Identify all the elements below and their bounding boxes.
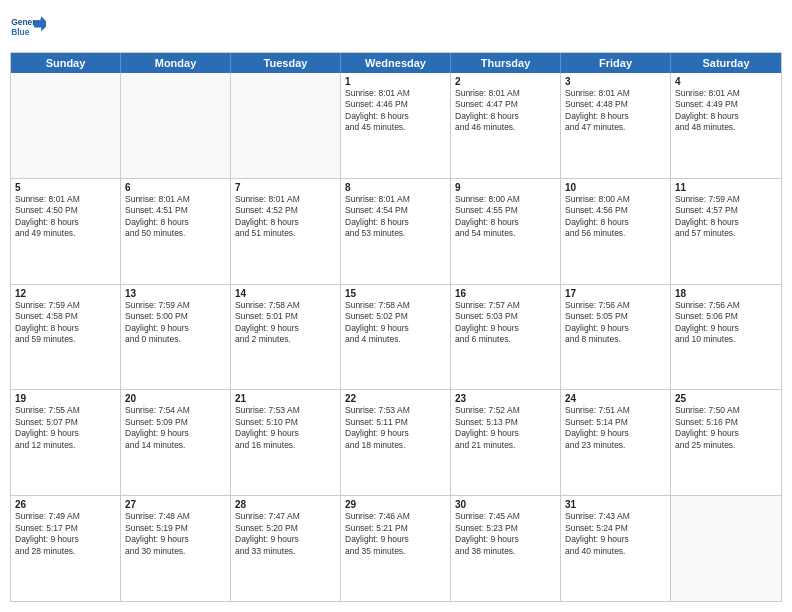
day-number: 3 [565, 76, 666, 87]
calendar-empty-0-2 [231, 73, 341, 178]
day-content: Sunrise: 8:01 AM Sunset: 4:46 PM Dayligh… [345, 88, 446, 134]
day-content: Sunrise: 7:55 AM Sunset: 5:07 PM Dayligh… [15, 405, 116, 451]
day-content: Sunrise: 8:00 AM Sunset: 4:56 PM Dayligh… [565, 194, 666, 240]
calendar-day-29: 29Sunrise: 7:46 AM Sunset: 5:21 PM Dayli… [341, 496, 451, 601]
day-content: Sunrise: 7:59 AM Sunset: 4:57 PM Dayligh… [675, 194, 777, 240]
logo: General Blue [10, 10, 46, 46]
day-number: 17 [565, 288, 666, 299]
day-content: Sunrise: 7:45 AM Sunset: 5:23 PM Dayligh… [455, 511, 556, 557]
calendar-day-26: 26Sunrise: 7:49 AM Sunset: 5:17 PM Dayli… [11, 496, 121, 601]
header-day-monday: Monday [121, 53, 231, 73]
day-content: Sunrise: 8:01 AM Sunset: 4:50 PM Dayligh… [15, 194, 116, 240]
calendar-day-31: 31Sunrise: 7:43 AM Sunset: 5:24 PM Dayli… [561, 496, 671, 601]
header-day-friday: Friday [561, 53, 671, 73]
day-number: 24 [565, 393, 666, 404]
day-number: 29 [345, 499, 446, 510]
day-number: 19 [15, 393, 116, 404]
header-day-thursday: Thursday [451, 53, 561, 73]
day-content: Sunrise: 8:01 AM Sunset: 4:48 PM Dayligh… [565, 88, 666, 134]
calendar-header-row: SundayMondayTuesdayWednesdayThursdayFrid… [11, 53, 781, 73]
day-number: 5 [15, 182, 116, 193]
day-number: 16 [455, 288, 556, 299]
calendar-empty-0-1 [121, 73, 231, 178]
calendar-day-19: 19Sunrise: 7:55 AM Sunset: 5:07 PM Dayli… [11, 390, 121, 495]
day-number: 31 [565, 499, 666, 510]
calendar-week-2: 5Sunrise: 8:01 AM Sunset: 4:50 PM Daylig… [11, 179, 781, 285]
calendar-day-9: 9Sunrise: 8:00 AM Sunset: 4:55 PM Daylig… [451, 179, 561, 284]
header-day-wednesday: Wednesday [341, 53, 451, 73]
calendar-day-2: 2Sunrise: 8:01 AM Sunset: 4:47 PM Daylig… [451, 73, 561, 178]
day-number: 28 [235, 499, 336, 510]
day-content: Sunrise: 8:01 AM Sunset: 4:52 PM Dayligh… [235, 194, 336, 240]
calendar-week-3: 12Sunrise: 7:59 AM Sunset: 4:58 PM Dayli… [11, 285, 781, 391]
day-content: Sunrise: 7:56 AM Sunset: 5:06 PM Dayligh… [675, 300, 777, 346]
day-content: Sunrise: 7:57 AM Sunset: 5:03 PM Dayligh… [455, 300, 556, 346]
calendar-day-24: 24Sunrise: 7:51 AM Sunset: 5:14 PM Dayli… [561, 390, 671, 495]
day-number: 13 [125, 288, 226, 299]
page: General Blue SundayMondayTuesdayWednesda… [0, 0, 792, 612]
day-content: Sunrise: 7:46 AM Sunset: 5:21 PM Dayligh… [345, 511, 446, 557]
day-content: Sunrise: 7:58 AM Sunset: 5:02 PM Dayligh… [345, 300, 446, 346]
header-day-sunday: Sunday [11, 53, 121, 73]
day-number: 12 [15, 288, 116, 299]
day-content: Sunrise: 7:53 AM Sunset: 5:11 PM Dayligh… [345, 405, 446, 451]
calendar-day-20: 20Sunrise: 7:54 AM Sunset: 5:09 PM Dayli… [121, 390, 231, 495]
day-content: Sunrise: 7:59 AM Sunset: 4:58 PM Dayligh… [15, 300, 116, 346]
calendar-day-10: 10Sunrise: 8:00 AM Sunset: 4:56 PM Dayli… [561, 179, 671, 284]
day-number: 14 [235, 288, 336, 299]
day-content: Sunrise: 7:47 AM Sunset: 5:20 PM Dayligh… [235, 511, 336, 557]
day-content: Sunrise: 7:51 AM Sunset: 5:14 PM Dayligh… [565, 405, 666, 451]
day-content: Sunrise: 8:01 AM Sunset: 4:47 PM Dayligh… [455, 88, 556, 134]
calendar-day-11: 11Sunrise: 7:59 AM Sunset: 4:57 PM Dayli… [671, 179, 781, 284]
day-number: 25 [675, 393, 777, 404]
day-content: Sunrise: 7:58 AM Sunset: 5:01 PM Dayligh… [235, 300, 336, 346]
calendar-day-16: 16Sunrise: 7:57 AM Sunset: 5:03 PM Dayli… [451, 285, 561, 390]
day-content: Sunrise: 7:43 AM Sunset: 5:24 PM Dayligh… [565, 511, 666, 557]
calendar-day-23: 23Sunrise: 7:52 AM Sunset: 5:13 PM Dayli… [451, 390, 561, 495]
day-content: Sunrise: 8:01 AM Sunset: 4:51 PM Dayligh… [125, 194, 226, 240]
calendar-day-14: 14Sunrise: 7:58 AM Sunset: 5:01 PM Dayli… [231, 285, 341, 390]
calendar-day-27: 27Sunrise: 7:48 AM Sunset: 5:19 PM Dayli… [121, 496, 231, 601]
day-number: 26 [15, 499, 116, 510]
calendar-day-30: 30Sunrise: 7:45 AM Sunset: 5:23 PM Dayli… [451, 496, 561, 601]
day-content: Sunrise: 8:01 AM Sunset: 4:49 PM Dayligh… [675, 88, 777, 134]
day-content: Sunrise: 7:52 AM Sunset: 5:13 PM Dayligh… [455, 405, 556, 451]
day-content: Sunrise: 7:50 AM Sunset: 5:16 PM Dayligh… [675, 405, 777, 451]
day-number: 23 [455, 393, 556, 404]
calendar-day-25: 25Sunrise: 7:50 AM Sunset: 5:16 PM Dayli… [671, 390, 781, 495]
calendar-day-5: 5Sunrise: 8:01 AM Sunset: 4:50 PM Daylig… [11, 179, 121, 284]
day-content: Sunrise: 8:00 AM Sunset: 4:55 PM Dayligh… [455, 194, 556, 240]
day-number: 27 [125, 499, 226, 510]
day-number: 9 [455, 182, 556, 193]
day-number: 22 [345, 393, 446, 404]
day-content: Sunrise: 7:53 AM Sunset: 5:10 PM Dayligh… [235, 405, 336, 451]
day-number: 10 [565, 182, 666, 193]
day-number: 11 [675, 182, 777, 193]
calendar-day-3: 3Sunrise: 8:01 AM Sunset: 4:48 PM Daylig… [561, 73, 671, 178]
calendar-day-13: 13Sunrise: 7:59 AM Sunset: 5:00 PM Dayli… [121, 285, 231, 390]
calendar-week-5: 26Sunrise: 7:49 AM Sunset: 5:17 PM Dayli… [11, 496, 781, 601]
day-number: 8 [345, 182, 446, 193]
day-content: Sunrise: 8:01 AM Sunset: 4:54 PM Dayligh… [345, 194, 446, 240]
header-day-tuesday: Tuesday [231, 53, 341, 73]
calendar-day-17: 17Sunrise: 7:56 AM Sunset: 5:05 PM Dayli… [561, 285, 671, 390]
calendar-day-1: 1Sunrise: 8:01 AM Sunset: 4:46 PM Daylig… [341, 73, 451, 178]
calendar: SundayMondayTuesdayWednesdayThursdayFrid… [10, 52, 782, 602]
day-content: Sunrise: 7:49 AM Sunset: 5:17 PM Dayligh… [15, 511, 116, 557]
day-number: 4 [675, 76, 777, 87]
logo-svg: General Blue [10, 10, 46, 46]
calendar-day-18: 18Sunrise: 7:56 AM Sunset: 5:06 PM Dayli… [671, 285, 781, 390]
header-day-saturday: Saturday [671, 53, 781, 73]
calendar-day-8: 8Sunrise: 8:01 AM Sunset: 4:54 PM Daylig… [341, 179, 451, 284]
day-number: 18 [675, 288, 777, 299]
calendar-day-21: 21Sunrise: 7:53 AM Sunset: 5:10 PM Dayli… [231, 390, 341, 495]
day-number: 2 [455, 76, 556, 87]
day-content: Sunrise: 7:48 AM Sunset: 5:19 PM Dayligh… [125, 511, 226, 557]
day-number: 30 [455, 499, 556, 510]
calendar-day-4: 4Sunrise: 8:01 AM Sunset: 4:49 PM Daylig… [671, 73, 781, 178]
day-number: 1 [345, 76, 446, 87]
calendar-day-28: 28Sunrise: 7:47 AM Sunset: 5:20 PM Dayli… [231, 496, 341, 601]
day-number: 15 [345, 288, 446, 299]
svg-text:Blue: Blue [11, 27, 30, 37]
day-number: 7 [235, 182, 336, 193]
